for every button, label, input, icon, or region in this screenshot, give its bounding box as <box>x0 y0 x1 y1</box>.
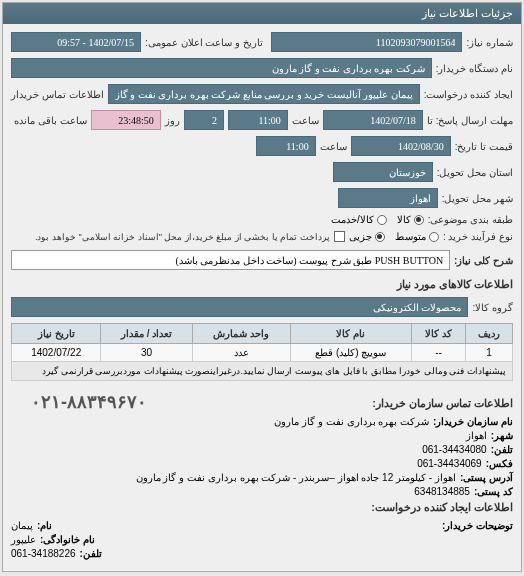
org-label: نام سازمان خریدار: <box>433 416 513 427</box>
postal-value: 6348134885 <box>414 486 470 497</box>
process-radio-group: متوسط جزیی <box>349 231 439 242</box>
table-note-row: پیشنهادات فنی ومالی خودرا مطابق با فایل … <box>12 362 513 381</box>
table-row[interactable]: 1 -- سوییچ (کلید) قطع عدد 30 1402/07/22 <box>12 344 513 362</box>
partial-note: پرداخت تمام یا بخشی از مبلغ خرید،از محل … <box>35 232 330 242</box>
th-unit: واحد شمارش <box>192 324 290 344</box>
category-label: طبقه بندی موضوعی: <box>428 214 513 225</box>
th-row: ردیف <box>466 324 513 344</box>
category-radio-goods-service[interactable]: کالا/خدمت <box>331 214 387 225</box>
deadline-day-field[interactable] <box>184 110 224 130</box>
family-label: نام خانوادگی: <box>40 534 95 545</box>
validity-label: قیمت تا تاریخ: <box>455 141 513 152</box>
window-title: جزئیات اطلاعات نیاز <box>422 7 513 20</box>
radio-label: کالا <box>397 214 411 225</box>
titlebar: جزئیات اطلاعات نیاز <box>3 3 521 24</box>
radio-label: جزیی <box>349 231 372 242</box>
delivery-city-field[interactable] <box>338 188 438 208</box>
th-qty: تعداد / مقدار <box>101 324 192 344</box>
partial-label: نوع فرآیند خرید : <box>443 231 513 242</box>
postal-label: کد پستی: <box>474 486 513 497</box>
requester-label: ایجاد کننده درخواست: <box>424 89 513 100</box>
time-left-field <box>91 110 161 130</box>
cell-code: -- <box>412 344 466 362</box>
details-window: جزئیات اطلاعات نیاز شماره نیاز: تاریخ و … <box>2 2 522 572</box>
time-left-label: ساعت باقی مانده <box>14 115 87 126</box>
cell-row: 1 <box>466 344 513 362</box>
requester-field[interactable] <box>108 84 420 104</box>
cell-name: سوییچ (کلید) قطع <box>290 344 411 362</box>
addr-value: اهواز - کیلومتر 12 جاده اهواز –سربندر - … <box>136 472 456 483</box>
radio-icon <box>414 215 424 225</box>
process-radio-medium[interactable]: متوسط <box>395 231 439 242</box>
radio-icon <box>375 232 385 242</box>
category-radio-goods[interactable]: کالا <box>397 214 424 225</box>
radio-label: متوسط <box>395 231 426 242</box>
org-value: شرکت بهره برداری نفت و گاز مارون <box>274 416 429 427</box>
announce-date-field[interactable] <box>11 32 141 52</box>
cell-date: 1402/07/22 <box>12 344 101 362</box>
radio-label: کالا/خدمت <box>331 214 374 225</box>
th-name: نام کالا <box>290 324 411 344</box>
buyer-device-label: نام دستگاه خریدار: <box>436 63 513 74</box>
cell-qty: 30 <box>101 344 192 362</box>
th-date: تاریخ نیاز <box>12 324 101 344</box>
name-label: نام: <box>37 520 52 531</box>
request-number-field[interactable] <box>271 32 463 52</box>
category-radio-group: کالا کالا/خدمت <box>331 214 424 225</box>
treasury-checkbox[interactable] <box>334 231 345 242</box>
validity-hour-label: ساعت <box>320 141 347 152</box>
fax-label: فکس: <box>486 458 513 469</box>
family-value: علیپور <box>11 534 36 545</box>
process-radio-partial[interactable]: جزیی <box>349 231 385 242</box>
deadline-hour-label: ساعت <box>292 115 319 126</box>
buyer-device-field[interactable] <box>11 58 432 78</box>
delivery-province-field[interactable] <box>333 162 433 182</box>
delivery-province-label: استان محل تحویل: <box>437 167 513 178</box>
table-note: پیشنهادات فنی ومالی خودرا مطابق با فایل … <box>12 362 513 381</box>
deadline-date-field[interactable] <box>323 110 423 130</box>
desc-field[interactable] <box>11 250 450 270</box>
deadline-day-label: روز <box>165 115 180 126</box>
table-header-row: ردیف کد کالا نام کالا واحد شمارش تعداد /… <box>12 324 513 344</box>
big-phone: ۰۲۱-۸۸۳۴۹۶۷۰ <box>11 391 147 413</box>
deadline-send-label: مهلت ارسال پاسخ: تا <box>427 115 513 126</box>
cell-unit: عدد <box>192 344 290 362</box>
content-area: شماره نیاز: تاریخ و ساعت اعلان عمومی: نا… <box>3 24 521 570</box>
contact-section: اطلاعات تماس سازمان خریدار: نام سازمان خ… <box>11 391 513 559</box>
fax-value: 061-34434069 <box>417 458 482 469</box>
req-phone-value: 061-34188226 <box>11 548 76 559</box>
group-field[interactable] <box>11 297 468 317</box>
items-table: ردیف کد کالا نام کالا واحد شمارش تعداد /… <box>11 323 513 381</box>
addr-label: آدرس پستی: <box>460 472 513 483</box>
phone-value: 061-34434080 <box>422 444 487 455</box>
phone-label: تلفن: <box>491 444 513 455</box>
city-value: اهواز <box>466 430 487 441</box>
req-phone-label: تلفن: <box>80 548 102 559</box>
radio-icon <box>429 232 439 242</box>
validity-date-field[interactable] <box>351 136 451 156</box>
buyer-notes-label: توضیحات خریدار: <box>442 520 513 531</box>
name-value: پیمان <box>11 520 33 531</box>
contact-title: اطلاعات تماس سازمان خریدار: <box>147 397 513 410</box>
group-label: گروه کالا: <box>472 302 513 313</box>
validity-hour-field[interactable] <box>256 136 316 156</box>
announce-date-label: تاریخ و ساعت اعلان عمومی: <box>145 37 263 48</box>
th-code: کد کالا <box>412 324 466 344</box>
items-section-title: اطلاعات کالاهای مورد نیاز <box>11 278 513 291</box>
deadline-hour-field[interactable] <box>228 110 288 130</box>
city-label: شهر: <box>491 430 513 441</box>
radio-icon <box>377 215 387 225</box>
contact-label: اطلاعات تماس خریدار <box>11 89 104 100</box>
request-number-label: شماره نیاز: <box>466 37 513 48</box>
desc-label: شرح کلی نیاز: <box>454 255 513 266</box>
requester-info-title: اطلاعات ایجاد کننده درخواست: <box>11 501 513 514</box>
delivery-city-label: شهر محل تحویل: <box>442 193 513 204</box>
